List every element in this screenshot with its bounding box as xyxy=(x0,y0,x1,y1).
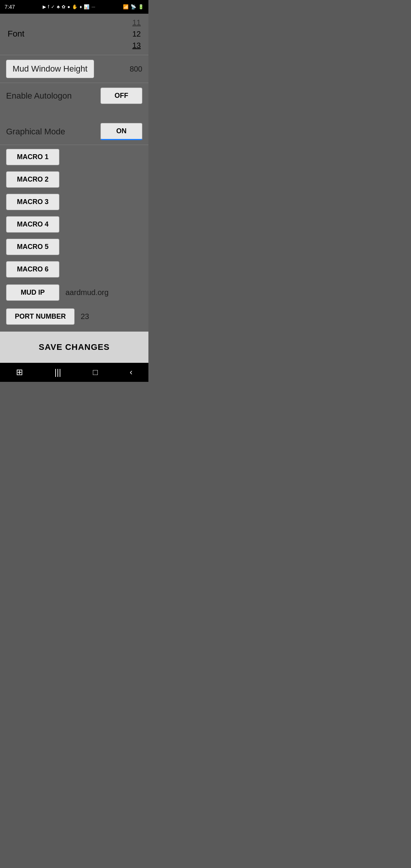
font-picker[interactable]: 11 12 13 xyxy=(132,17,141,51)
save-changes-button[interactable]: SAVE CHANGES xyxy=(1,335,148,359)
enable-autologon-toggle[interactable]: OFF xyxy=(100,88,142,104)
graphical-mode-toggle[interactable]: ON xyxy=(100,123,142,140)
macro-3-button[interactable]: MACRO 3 xyxy=(6,194,59,210)
macro-4-row: MACRO 4 xyxy=(0,213,148,236)
status-bar: 7:47 ▶ f ✓ ♣ ✿ ● ✋ ♦ 📊 ··· 📶 📡 🔋 xyxy=(0,0,148,14)
recents-icon[interactable]: ||| xyxy=(54,367,61,377)
macro-5-row: MACRO 5 xyxy=(0,236,148,258)
chart-icon: 📊 xyxy=(84,4,89,10)
font-value-11[interactable]: 11 xyxy=(132,17,141,28)
back-icon[interactable]: ‹ xyxy=(130,367,132,377)
graphical-mode-label: Graphical Mode xyxy=(6,127,65,137)
mud-window-height-label: Mud Window Height xyxy=(13,64,88,73)
mud-window-height-label-box[interactable]: Mud Window Height xyxy=(6,60,94,78)
battery-icon: 🔋 xyxy=(138,4,144,10)
port-number-row: PORT NUMBER 23 xyxy=(0,305,148,329)
font-section: Font 11 12 13 xyxy=(0,14,148,54)
app-icon-8: ♦ xyxy=(80,4,82,10)
macro-5-button[interactable]: MACRO 5 xyxy=(6,239,59,255)
graphical-mode-row: Graphical Mode ON xyxy=(0,119,148,144)
macro-6-row: MACRO 6 xyxy=(0,258,148,281)
macro-2-button[interactable]: MACRO 2 xyxy=(6,171,59,188)
divider-1 xyxy=(0,55,148,55)
app-icon-1: ▶ xyxy=(43,4,46,10)
status-time: 7:47 xyxy=(5,4,15,10)
app-icon-3: ✓ xyxy=(51,4,55,10)
app-icon-4: ♣ xyxy=(57,4,60,10)
mud-ip-value: aardmud.org xyxy=(65,288,108,297)
app-icon-2: f xyxy=(48,4,49,10)
mud-window-height-value: 800 xyxy=(130,65,142,73)
more-icon: ··· xyxy=(91,4,95,10)
macro-6-button[interactable]: MACRO 6 xyxy=(6,261,59,278)
wifi-icon: 📶 xyxy=(123,4,129,10)
mud-window-height-row: Mud Window Height 800 xyxy=(0,56,148,82)
macro-1-button[interactable]: MACRO 1 xyxy=(6,149,59,165)
macro-3-row: MACRO 3 xyxy=(0,191,148,213)
status-icons: ▶ f ✓ ♣ ✿ ● ✋ ♦ 📊 ··· xyxy=(43,4,96,10)
mud-ip-row: MUD IP aardmud.org xyxy=(0,281,148,305)
app-icon-7: ✋ xyxy=(72,4,78,10)
font-value-13[interactable]: 13 xyxy=(132,40,141,51)
save-changes-container: SAVE CHANGES xyxy=(0,332,148,363)
enable-autologon-row: Enable Autologon OFF xyxy=(0,84,148,108)
port-number-value: 23 xyxy=(81,312,89,321)
divider-3 xyxy=(0,145,148,145)
signal-icon: 📡 xyxy=(131,4,136,10)
port-number-button[interactable]: PORT NUMBER xyxy=(6,308,75,325)
bottom-nav: ⊞ ||| □ ‹ xyxy=(0,363,148,382)
font-label: Font xyxy=(8,29,24,39)
home-icon[interactable]: ⊞ xyxy=(16,367,23,377)
macro-4-button[interactable]: MACRO 4 xyxy=(6,216,59,233)
app-icon-6: ● xyxy=(67,4,70,10)
spacer-1 xyxy=(0,108,148,119)
font-value-12[interactable]: 12 xyxy=(132,28,141,40)
enable-autologon-label: Enable Autologon xyxy=(6,91,72,101)
app-icon-5: ✿ xyxy=(62,4,65,10)
back-square-icon[interactable]: □ xyxy=(93,367,98,377)
settings-scroll[interactable]: Font 11 12 13 Mud Window Height 800 Enab… xyxy=(0,14,148,332)
divider-2 xyxy=(0,83,148,83)
status-right: 📶 📡 🔋 xyxy=(123,4,144,10)
macro-2-row: MACRO 2 xyxy=(0,168,148,191)
mud-ip-button[interactable]: MUD IP xyxy=(6,284,59,301)
macro-1-row: MACRO 1 xyxy=(0,146,148,168)
